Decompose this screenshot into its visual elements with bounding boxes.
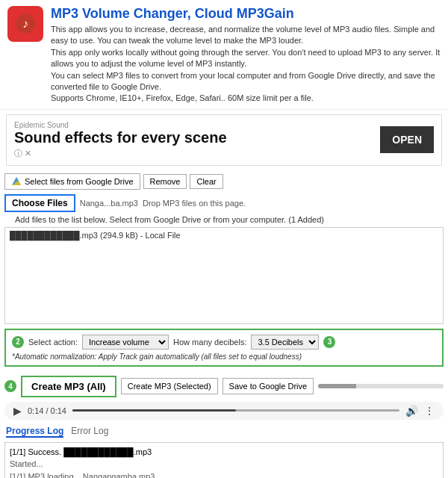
ad-tagline: Sound effects for every scene	[14, 129, 227, 146]
action-section: 2 Select action: Increase volume Decreas…	[4, 329, 444, 367]
time-display: 0:14 / 0:14	[28, 406, 66, 415]
info-row: Add files to the list below. Select from…	[0, 214, 448, 226]
drop-hint: Drop MP3 files on this page.	[143, 199, 246, 208]
volume-icon[interactable]: 🔊	[405, 405, 418, 417]
select-action-label: Select action:	[28, 338, 78, 347]
decibels-dropdown[interactable]: 3.5 Decibels 1 Decibel 2 Decibels 5 Deci…	[251, 335, 319, 350]
log-content[interactable]: [1/1] Success. ████████████.mp3 Started.…	[4, 442, 444, 478]
clear-button[interactable]: Clear	[190, 174, 223, 189]
ad-banner: Epidemic Sound Sound effects for every s…	[6, 114, 442, 166]
tab-progress-log[interactable]: Progress Log	[6, 426, 63, 438]
create-section: 4 Create MP3 (All) Create MP3 (Selected)…	[0, 371, 448, 402]
info-text: Add files to the list below. Select from…	[15, 215, 324, 224]
seek-fill	[72, 409, 236, 412]
file-name-hint: Nanga...ba.mp3	[80, 199, 138, 208]
audio-player: ▶ 0:14 / 0:14 🔊 ⋮	[4, 402, 444, 420]
ad-content: Epidemic Sound Sound effects for every s…	[14, 121, 227, 159]
action-dropdown[interactable]: Increase volume Decrease volume Normaliz…	[82, 335, 169, 350]
save-gdrive-button[interactable]: Save to Google Drive	[223, 378, 314, 394]
list-item: ████████████.mp3 (294.9 kB) - Local File	[8, 230, 440, 240]
select-gdrive-button[interactable]: Select files from Google Drive	[4, 173, 140, 190]
seek-bar[interactable]	[72, 409, 399, 412]
log-line: [1/1] MP3 loading... Nangangamba.mp3	[10, 471, 438, 478]
choose-files-button[interactable]: Choose Files	[4, 194, 75, 212]
badge-3: 3	[323, 336, 335, 348]
file-list[interactable]: ████████████.mp3 (294.9 kB) - Local File	[4, 227, 444, 324]
svg-text:♪: ♪	[22, 17, 28, 30]
tab-error-log[interactable]: Error Log	[71, 426, 108, 438]
app-header: ♪ MP3 Volume Changer, Cloud MP3Gain This…	[0, 0, 448, 110]
create-selected-button[interactable]: Create MP3 (Selected)	[121, 378, 218, 394]
ad-close-icon[interactable]: ⓘ ✕	[14, 148, 227, 159]
create-all-button[interactable]: Create MP3 (All)	[21, 376, 116, 397]
file-chooser-row: Choose Files Nanga...ba.mp3 Drop MP3 fil…	[0, 193, 448, 214]
header-text: MP3 Volume Changer, Cloud MP3Gain This a…	[51, 6, 441, 105]
badge-2: 2	[12, 336, 24, 348]
app-icon: ♪	[7, 6, 43, 42]
normalization-note: *Automatic normalization: Apply Track ga…	[12, 353, 436, 361]
log-tabs: Progress Log Error Log	[0, 423, 448, 441]
progress-bar	[318, 384, 444, 388]
ad-open-button[interactable]: OPEN	[380, 126, 434, 153]
toolbar: Select files from Google Drive Remove Cl…	[0, 170, 448, 193]
gdrive-icon	[11, 176, 22, 187]
ad-provider: Epidemic Sound	[14, 121, 227, 129]
log-line: Started...	[10, 458, 438, 471]
decibels-label: How many decibels:	[173, 338, 246, 347]
more-options-icon[interactable]: ⋮	[424, 405, 435, 417]
app-description: This app allows you to increase, decreas…	[51, 24, 441, 105]
progress-bar-fill	[318, 384, 355, 388]
badge-4: 4	[4, 380, 16, 392]
action-row: 2 Select action: Increase volume Decreas…	[12, 335, 436, 350]
app-title: MP3 Volume Changer, Cloud MP3Gain	[51, 6, 441, 22]
log-line: [1/1] Success. ████████████.mp3	[10, 446, 438, 459]
play-button[interactable]: ▶	[13, 405, 22, 417]
remove-button[interactable]: Remove	[143, 174, 187, 189]
